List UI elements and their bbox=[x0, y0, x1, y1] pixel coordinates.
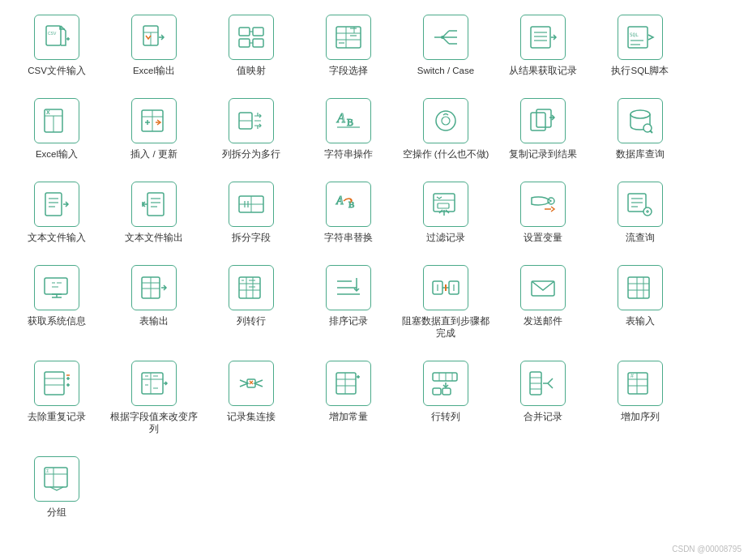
item-string-replace[interactable]: AB字符串替换 bbox=[300, 175, 397, 250]
label-split-fields: 拆分字段 bbox=[232, 232, 271, 244]
svg-rect-59 bbox=[438, 203, 449, 208]
icon-field-select bbox=[326, 15, 371, 60]
icon-split-to-rows bbox=[229, 98, 274, 143]
item-switch-case[interactable]: Switch / Case bbox=[397, 8, 494, 83]
label-null-op: 空操作 (什么也不做) bbox=[403, 148, 489, 160]
item-field-select[interactable]: 字段选择 bbox=[300, 8, 397, 83]
item-get-sys-info[interactable]: 获取系统信息 bbox=[8, 259, 105, 346]
icon-text-file-input bbox=[34, 182, 79, 227]
icon-blocking-step bbox=[423, 265, 468, 310]
label-insert-update: 插入 / 更新 bbox=[130, 148, 177, 160]
label-text-file-input: 文本文件输入 bbox=[28, 232, 86, 244]
icon-switch-case bbox=[423, 15, 468, 60]
icon-grid: CSVCSV文件输入Excel输出值映射字段选择Switch / Case从结果… bbox=[8, 8, 740, 525]
item-send-mail[interactable]: 发送邮件 bbox=[494, 259, 592, 346]
label-merge-rows: 合并记录 bbox=[524, 411, 562, 423]
svg-text:A: A bbox=[336, 195, 344, 207]
item-add-sequence[interactable]: #增加序列 bbox=[592, 354, 689, 442]
svg-text:Σ: Σ bbox=[46, 468, 49, 473]
icon-get-records-from-result bbox=[520, 15, 566, 60]
item-null-op[interactable]: 空操作 (什么也不做) bbox=[397, 92, 494, 167]
item-execute-sql[interactable]: SQL执行SQL脚本 bbox=[592, 8, 689, 83]
item-row-to-col[interactable]: 行转列 bbox=[397, 354, 494, 442]
icon-merge-rows bbox=[520, 361, 566, 406]
item-get-records-from-result[interactable]: 从结果获取记录 bbox=[494, 8, 592, 83]
item-split-fields[interactable]: 拆分字段 bbox=[203, 175, 300, 250]
svg-line-43 bbox=[650, 130, 652, 133]
icon-db-query bbox=[618, 98, 663, 143]
label-string-ops: 字符串操作 bbox=[324, 148, 373, 160]
label-join-rows: 记录集连接 bbox=[227, 411, 276, 423]
icon-sequence-by-field bbox=[131, 361, 177, 406]
item-set-variable[interactable]: 设置变量 bbox=[494, 175, 592, 250]
svg-rect-0 bbox=[46, 26, 61, 45]
item-split-to-rows[interactable]: 列拆分为多行 bbox=[203, 92, 300, 167]
item-string-ops[interactable]: AB字符串操作 bbox=[300, 92, 397, 167]
item-flow-query[interactable]: 流查询 bbox=[592, 175, 689, 250]
icon-table-output bbox=[131, 265, 177, 310]
label-filter-rows: 过滤记录 bbox=[426, 232, 465, 244]
label-csv-input: CSV文件输入 bbox=[28, 65, 86, 77]
item-add-constant[interactable]: 增加常量 bbox=[300, 354, 397, 442]
item-text-file-output[interactable]: 文本文件输出 bbox=[105, 175, 203, 250]
label-text-file-output: 文本文件输出 bbox=[125, 232, 183, 244]
item-insert-update[interactable]: 插入 / 更新 bbox=[105, 92, 203, 167]
item-table-output[interactable]: 表输出 bbox=[105, 259, 203, 346]
item-copy-rows[interactable]: 复制记录到结果 bbox=[494, 92, 592, 167]
item-sequence-by-field[interactable]: 根据字段值来改变序列 bbox=[105, 354, 203, 442]
svg-text:SQL: SQL bbox=[630, 32, 639, 37]
label-table-output: 表输出 bbox=[139, 315, 169, 327]
icon-string-replace: AB bbox=[326, 182, 371, 227]
svg-point-41 bbox=[630, 110, 650, 118]
item-group-by[interactable]: Σ分组 bbox=[8, 450, 105, 525]
svg-point-16 bbox=[441, 36, 444, 39]
item-blocking-step[interactable]: 阻塞数据直到步骤都完成 bbox=[397, 259, 494, 346]
item-excel-output[interactable]: Excel输出 bbox=[105, 8, 203, 83]
label-field-select: 字段选择 bbox=[329, 65, 368, 77]
icon-excel-output bbox=[131, 15, 177, 60]
label-row-to-col: 行转列 bbox=[431, 411, 460, 423]
label-row-normaliser: 列转行 bbox=[237, 315, 266, 327]
item-text-file-input[interactable]: 文本文件输入 bbox=[8, 175, 105, 250]
label-add-constant: 增加常量 bbox=[329, 411, 368, 423]
svg-rect-17 bbox=[531, 27, 550, 48]
label-add-sequence: 增加序列 bbox=[621, 411, 660, 423]
svg-point-38 bbox=[442, 117, 450, 125]
icon-group-by: Σ bbox=[34, 456, 79, 502]
icon-add-sequence: # bbox=[618, 361, 663, 406]
svg-rect-8 bbox=[253, 39, 263, 47]
item-join-rows[interactable]: 记录集连接 bbox=[203, 354, 300, 442]
icon-filter-rows bbox=[423, 182, 468, 227]
item-merge-rows[interactable]: 合并记录 bbox=[494, 354, 592, 442]
svg-rect-11 bbox=[336, 27, 361, 48]
item-sort-rows[interactable]: 排序记录 bbox=[300, 259, 397, 346]
item-row-normaliser[interactable]: 列转行 bbox=[203, 259, 300, 346]
label-switch-case: Switch / Case bbox=[417, 65, 474, 77]
label-excel-input: Excel输入 bbox=[36, 148, 78, 160]
label-remove-dups: 去除重复记录 bbox=[28, 411, 86, 423]
item-remove-dups[interactable]: 去除重复记录 bbox=[8, 354, 105, 442]
icon-split-fields bbox=[229, 182, 274, 227]
svg-text:B: B bbox=[347, 117, 353, 128]
label-excel-output: Excel输出 bbox=[133, 65, 175, 77]
label-string-replace: 字符串替换 bbox=[324, 232, 373, 244]
label-blocking-step: 阻塞数据直到步骤都完成 bbox=[400, 315, 491, 340]
item-db-query[interactable]: 数据库查询 bbox=[592, 92, 689, 167]
item-excel-input[interactable]: XExcel输入 bbox=[8, 92, 105, 167]
item-csv-input[interactable]: CSVCSV文件输入 bbox=[8, 8, 105, 83]
icon-get-sys-info bbox=[34, 265, 79, 310]
item-table-input[interactable]: 表输入 bbox=[592, 259, 689, 346]
item-filter-rows[interactable]: 过滤记录 bbox=[397, 175, 494, 250]
icon-send-mail bbox=[520, 265, 566, 310]
label-split-to-rows: 列拆分为多行 bbox=[222, 148, 280, 160]
item-value-map[interactable]: 值映射 bbox=[203, 8, 300, 83]
icon-set-variable bbox=[520, 182, 566, 227]
label-sort-rows: 排序记录 bbox=[329, 315, 368, 327]
svg-rect-5 bbox=[239, 28, 250, 36]
label-flow-query: 流查询 bbox=[626, 232, 655, 244]
icon-execute-sql: SQL bbox=[618, 15, 663, 60]
svg-rect-109 bbox=[442, 388, 451, 395]
svg-rect-44 bbox=[45, 193, 62, 216]
label-set-variable: 设置变量 bbox=[524, 232, 562, 244]
svg-rect-100 bbox=[336, 373, 356, 394]
